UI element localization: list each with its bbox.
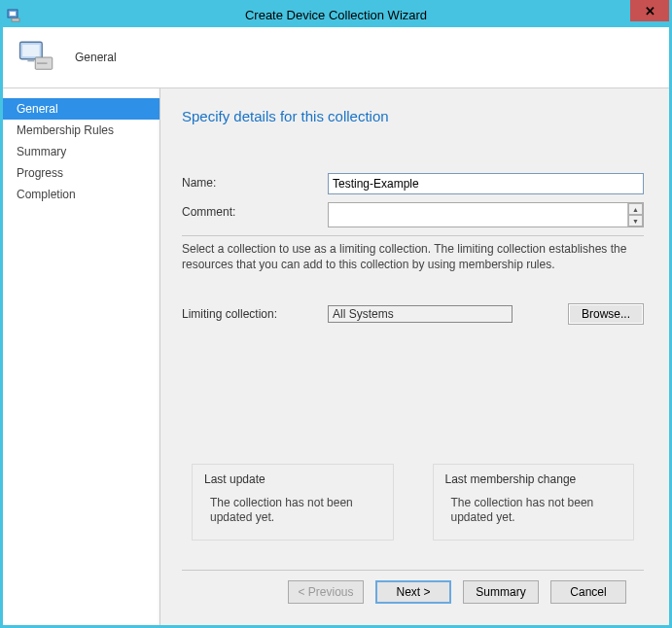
browse-button[interactable]: Browse... <box>568 303 644 325</box>
limiting-collection-field: All Systems <box>328 305 513 323</box>
wizard-window: Create Device Collection Wizard ✕ Genera… <box>0 0 672 628</box>
sidebar-item-completion[interactable]: Completion <box>3 184 159 205</box>
name-row: Name: <box>182 173 644 194</box>
svg-rect-2 <box>10 12 16 16</box>
page-title: Specify details for this collection <box>182 108 644 124</box>
close-button[interactable]: ✕ <box>630 0 669 21</box>
last-membership-text: The collection has not been updated yet. <box>445 496 622 526</box>
last-membership-title: Last membership change <box>445 472 622 486</box>
name-input[interactable] <box>328 173 644 194</box>
chevron-down-icon: ▼ <box>632 218 639 225</box>
chevron-up-icon: ▲ <box>632 206 639 213</box>
wizard-body: General Membership Rules Summary Progres… <box>3 88 669 625</box>
sidebar-item-label: Membership Rules <box>17 123 114 137</box>
last-membership-box: Last membership change The collection ha… <box>433 464 635 541</box>
last-update-title: Last update <box>204 472 381 486</box>
svg-rect-7 <box>27 59 34 62</box>
sidebar-item-membership-rules[interactable]: Membership Rules <box>3 120 159 141</box>
spinner-up-button[interactable]: ▲ <box>628 203 643 215</box>
limiting-info-text: Select a collection to use as a limiting… <box>182 242 644 272</box>
sidebar-item-progress[interactable]: Progress <box>3 162 159 184</box>
window-title: Create Device Collection Wizard <box>3 8 669 22</box>
sidebar-item-label: Summary <box>17 145 66 158</box>
limiting-label: Limiting collection: <box>182 307 328 321</box>
close-icon: ✕ <box>645 4 655 18</box>
spinner-down-button[interactable]: ▼ <box>628 215 643 227</box>
app-icon <box>7 8 22 23</box>
svg-rect-4 <box>22 45 40 56</box>
divider <box>182 235 644 236</box>
next-button[interactable]: Next > <box>375 580 451 604</box>
last-update-box: Last update The collection has not been … <box>192 464 394 541</box>
comment-wrap: ▲ ▼ <box>328 202 644 227</box>
sidebar-item-label: Completion <box>17 188 76 201</box>
form-area: Name: Comment: ▲ ▼ Select a collection t… <box>182 173 644 570</box>
previous-button: < Previous <box>288 580 364 604</box>
comment-label: Comment: <box>182 202 328 219</box>
header-step-label: General <box>75 51 117 64</box>
last-update-text: The collection has not been updated yet. <box>204 496 381 526</box>
comment-row: Comment: ▲ ▼ <box>182 202 644 227</box>
sidebar-item-summary[interactable]: Summary <box>3 141 159 162</box>
cancel-button[interactable]: Cancel <box>550 580 626 604</box>
sidebar-item-general[interactable]: General <box>3 98 159 120</box>
sidebar-item-label: Progress <box>17 166 63 180</box>
name-label: Name: <box>182 173 328 190</box>
sidebar: General Membership Rules Summary Progres… <box>3 88 160 625</box>
sidebar-item-label: General <box>17 102 58 116</box>
main-panel: Specify details for this collection Name… <box>160 88 669 625</box>
svg-rect-6 <box>37 62 48 64</box>
info-boxes: Last update The collection has not been … <box>192 464 634 541</box>
titlebar: Create Device Collection Wizard ✕ <box>3 3 669 27</box>
wizard-header: General <box>3 27 669 88</box>
summary-button[interactable]: Summary <box>463 580 539 604</box>
svg-rect-1 <box>12 18 19 21</box>
limiting-row: Limiting collection: All Systems Browse.… <box>182 303 644 325</box>
footer: < Previous Next > Summary Cancel <box>182 570 644 613</box>
computer-icon <box>17 37 57 78</box>
comment-spinner: ▲ ▼ <box>627 203 643 227</box>
comment-input[interactable] <box>329 203 627 227</box>
